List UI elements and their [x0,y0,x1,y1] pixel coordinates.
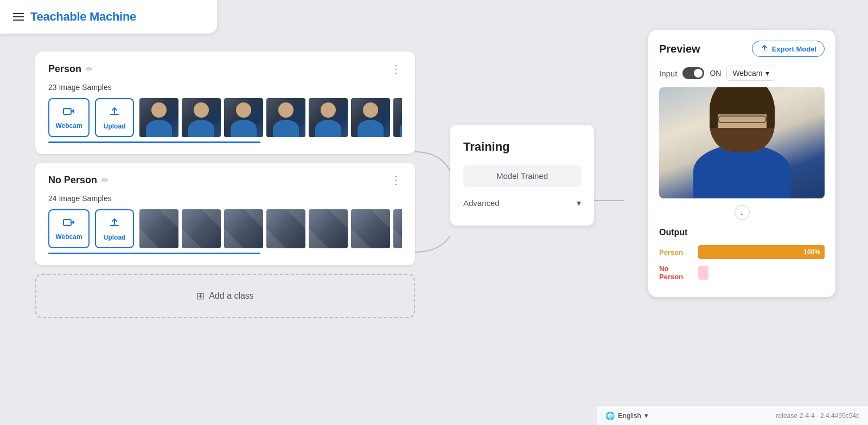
thumbnail [309,209,348,248]
class-card-noperson: No Person ✏ ⋮ 24 Image Samples Webcam [35,163,415,265]
training-title: Training [463,140,581,154]
toggle-on-label: ON [710,69,721,78]
upload-button-2[interactable]: Upload [95,209,134,248]
class-card-header-2: No Person ✏ ⋮ [48,173,402,186]
input-label: Input [659,69,677,78]
thumbnail [224,98,263,137]
thumb-grid-noperson [139,209,402,248]
preview-panel: Preview Export Model Input ON Webcam ▾ [648,30,835,297]
down-arrow-container: ↓ [659,205,825,220]
output-bar-person: 100% [698,245,825,259]
thumbnail [139,209,178,248]
training-panel: Training Model Trained Advanced ▾ [450,125,594,226]
webcam-button-2[interactable]: Webcam [48,209,90,248]
scroll-indicator [48,141,260,143]
app-title: Teachable Machine [30,10,136,24]
upload-btn-label: Upload [104,123,126,130]
language-selector[interactable]: 🌐 English ▾ [605,411,648,420]
class-card-header: Person ✏ ⋮ [48,62,402,75]
classes-panel: Person ✏ ⋮ 23 Image Samples Webcam [35,51,415,318]
preview-title: Preview [659,43,700,55]
webcam-option-label: Webcam [732,69,762,78]
preview-header: Preview Export Model [659,41,825,57]
scroll-indicator-2 [48,253,260,254]
output-row-person: Person 100% [659,245,825,259]
add-class-label: Add a class [209,291,254,301]
samples-row: Webcam Upload [48,98,402,137]
thumb-grid-person [139,98,402,137]
output-bar-bg-person: 100% [698,245,825,259]
language-chevron-icon: ▾ [644,411,648,420]
upload-button[interactable]: Upload [95,98,134,137]
class-name-row: Person ✏ [48,63,93,75]
webcam-btn-label-2: Webcam [55,233,82,241]
output-pct-person: 100% [803,248,820,256]
upload-icon-2 [109,217,120,230]
webcam-select[interactable]: Webcam ▾ [726,66,775,81]
output-section: Output Person 100% No Person [659,228,825,281]
input-toggle[interactable] [682,67,704,79]
globe-icon: 🌐 [605,411,615,420]
model-trained-label: Model Trained [496,171,548,181]
thumbnail [266,98,305,137]
output-bar-bg-noperson [698,266,825,280]
version-label: release-2-4-4 · 2.4.4#95c54c [776,412,859,420]
thumbnail [139,98,178,137]
add-class-button[interactable]: ⊞ Add a class [35,274,415,318]
thumbnail [266,209,305,248]
person-simulation [688,95,796,198]
sample-count: 23 Image Samples [48,83,402,92]
class-name-2: No Person [48,175,97,186]
header: Teachable Machine [0,0,217,34]
svg-rect-0 [63,108,71,114]
output-title: Output [659,228,825,237]
down-arrow-icon: ↓ [735,205,750,220]
export-model-button[interactable]: Export Model [752,41,825,57]
model-trained-button[interactable]: Model Trained [463,165,581,187]
chevron-down-icon: ▾ [577,198,581,208]
output-row-noperson: No Person [659,265,825,281]
output-label-person: Person [659,248,693,256]
add-icon: ⊞ [196,290,205,302]
upload-btn-label-2: Upload [104,234,126,241]
input-row: Input ON Webcam ▾ [659,66,825,81]
more-options-icon-2[interactable]: ⋮ [391,173,402,186]
advanced-row[interactable]: Advanced ▾ [463,196,581,210]
body [693,144,791,198]
head [710,87,775,152]
webcam-btn-label: Webcam [55,122,82,130]
select-chevron-icon: ▾ [765,69,769,78]
class-name: Person [48,63,81,75]
thumbnail [309,98,348,137]
svg-rect-2 [761,50,768,53]
samples-row-2: Webcam Upload [48,209,402,248]
menu-button[interactable] [13,13,24,21]
thumbnail [351,98,390,137]
thumbnail [351,209,390,248]
thumbnail [393,98,402,137]
svg-rect-1 [63,220,71,226]
thumbnail [182,98,221,137]
webcam-icon-2 [63,217,75,230]
webcam-feed [659,87,825,198]
sample-count-2: 24 Image Samples [48,194,402,203]
edit-class-icon-2[interactable]: ✏ [101,175,108,185]
class-name-row-2: No Person ✏ [48,175,108,186]
output-bar-noperson [698,266,709,280]
output-label-noperson: No Person [659,265,693,281]
footer: 🌐 English ▾ release-2-4-4 · 2.4.4#95c54c [597,405,868,425]
hair-top [710,87,775,114]
glasses [718,115,767,123]
class-card-person: Person ✏ ⋮ 23 Image Samples Webcam [35,51,415,154]
advanced-label: Advanced [463,198,500,208]
thumbnail [393,209,402,248]
webcam-icon [63,106,75,119]
webcam-button[interactable]: Webcam [48,98,90,137]
thumbnail [182,209,221,248]
beard [710,128,775,152]
main-bg: Teachable Machine Person ✏ ⋮ 23 Image Sa… [0,0,868,425]
edit-class-icon[interactable]: ✏ [86,64,93,74]
language-label: English [618,411,641,420]
more-options-icon[interactable]: ⋮ [391,62,402,75]
export-btn-label: Export Model [772,45,816,53]
